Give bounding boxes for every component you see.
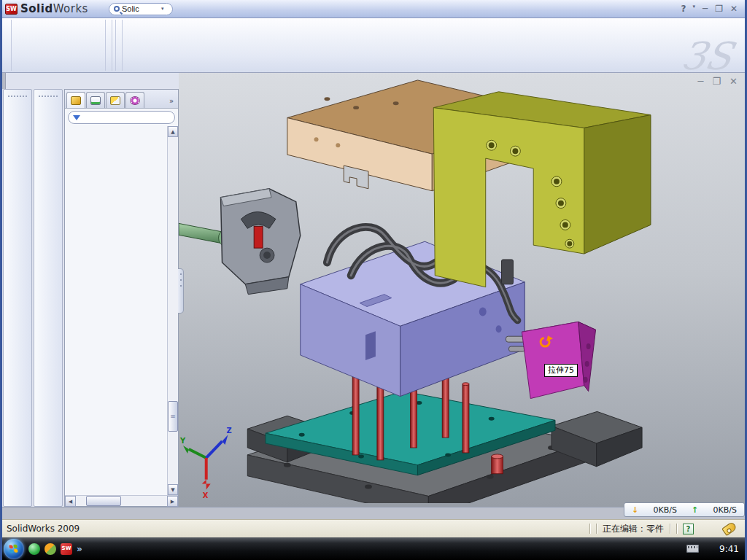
minimize-button[interactable]: ─ <box>703 4 708 14</box>
help-button[interactable]: ? <box>681 4 686 14</box>
part-core-block[interactable] <box>301 227 525 396</box>
taskbar-clock: 9:41 <box>719 544 739 554</box>
search-icon <box>114 6 120 12</box>
configurationmanager-tab[interactable] <box>106 92 125 108</box>
assembly-3d-view: Y Z X <box>179 73 745 503</box>
title-bar: SW SolidWorks ▾ ? ▾ ─ ❐ ✕ <box>2 0 745 18</box>
scroll-track[interactable] <box>168 137 178 484</box>
doc-minimize-button[interactable]: ─ <box>698 76 704 87</box>
hscroll-thumb[interactable] <box>86 496 121 506</box>
upload-arrow-icon: ↑ <box>692 505 698 515</box>
left-toolbars <box>2 89 64 507</box>
solidworks-window: SW SolidWorks ▾ ? ▾ ─ ❐ ✕ ЗS <box>0 0 747 560</box>
scroll-left-button[interactable]: ◀ <box>65 496 76 507</box>
sketch-commandmanager-toolbar: ЗS <box>2 18 745 73</box>
download-speed: 0KB/S <box>653 505 676 515</box>
sketch-group-right <box>116 20 123 71</box>
doc-close-button[interactable]: ✕ <box>729 76 738 87</box>
brand-bold: Solid <box>20 2 53 15</box>
triad-z-label: Z <box>226 427 231 435</box>
quick-launch: SW » <box>28 543 82 555</box>
surfaces-toolbar <box>34 89 63 507</box>
part-side-block[interactable] <box>522 322 595 398</box>
triad-x-label: X <box>203 491 209 499</box>
main-content: ─ ❐ ✕ <box>2 73 745 507</box>
small-red-cylinder[interactable] <box>492 454 503 474</box>
help-dropdown-icon[interactable]: ▾ <box>692 4 695 14</box>
configurationmanager-icon <box>110 96 120 105</box>
status-bar: SolidWorks 2009 正在编辑：零件 ? <box>2 519 745 537</box>
propertymanager-tab[interactable] <box>86 92 105 108</box>
sketch-group-left <box>5 20 12 71</box>
panel-splitter-handle[interactable] <box>178 268 184 314</box>
network-speed-widget: ↓ 0KB/S ↑ 0KB/S <box>624 502 745 517</box>
panel-header-tabs: » <box>65 90 178 109</box>
scroll-down-button[interactable]: ▼ <box>168 484 178 495</box>
featuremanager-panel: » ▲ ▼ ◀ ▶ <box>64 89 179 507</box>
document-window-controls: ─ ❐ ✕ <box>698 76 738 87</box>
sketch-group-mid <box>106 20 112 71</box>
tree-vertical-scrollbar[interactable]: ▲ ▼ <box>167 126 178 495</box>
quick-tips-button[interactable]: ? <box>683 524 694 534</box>
restore-button[interactable]: ❐ <box>715 4 723 14</box>
search-input[interactable] <box>122 4 160 13</box>
system-tray: 9:41 <box>686 544 745 554</box>
dimxpertmanager-icon <box>130 96 140 105</box>
tag-icon[interactable] <box>721 521 738 536</box>
filter-row <box>65 109 178 126</box>
solidworks-cube-icon: SW <box>5 4 18 15</box>
tree-horizontal-scrollbar[interactable]: ◀ ▶ <box>65 495 178 506</box>
reference-triad: Y Z X <box>179 427 232 499</box>
sketch-entities-grid <box>12 20 106 71</box>
download-arrow-icon: ↓ <box>632 505 638 515</box>
upload-speed: 0KB/S <box>713 505 736 515</box>
editing-status: 正在编辑：零件 <box>603 523 664 535</box>
keyboard-layout-icon[interactable] <box>686 545 699 553</box>
part-clamp-bracket[interactable] <box>433 92 651 287</box>
part-slide-clamp[interactable] <box>221 189 301 295</box>
search-dropdown-icon[interactable]: ▾ <box>161 6 164 12</box>
search-box[interactable]: ▾ <box>109 3 173 15</box>
quick-launch-more[interactable]: » <box>77 544 82 554</box>
app-logo: SW SolidWorks <box>2 2 96 15</box>
launcher-icon[interactable] <box>44 543 56 555</box>
graphics-viewport[interactable]: ─ ❐ ✕ <box>179 73 745 507</box>
brand-rest: Works <box>53 2 88 15</box>
messenger-icon[interactable] <box>28 543 40 555</box>
tree-filter-box[interactable] <box>68 111 175 124</box>
dassault-watermark: ЗS <box>678 34 737 78</box>
windows-flag-icon <box>9 544 18 553</box>
feature-tree <box>65 126 167 495</box>
feature-tooltip: 拉伸75 <box>544 364 578 377</box>
status-text: SolidWorks 2009 <box>7 524 80 534</box>
scroll-thumb[interactable] <box>168 401 178 432</box>
start-button[interactable] <box>4 539 24 559</box>
solidworks-launcher-icon[interactable]: SW <box>61 543 72 555</box>
doc-restore-button[interactable]: ❐ <box>712 76 721 87</box>
features-toolbar <box>3 89 32 507</box>
triad-y-label: Y <box>179 437 186 445</box>
app-title: SolidWorks <box>20 2 88 15</box>
panel-more-button[interactable]: » <box>166 94 177 108</box>
dimxpertmanager-tab[interactable] <box>125 92 144 108</box>
commandmanager-tabs <box>2 73 6 89</box>
scroll-up-button[interactable]: ▲ <box>168 126 178 137</box>
featuremanager-tab[interactable] <box>66 92 85 108</box>
featuremanager-icon <box>71 96 81 105</box>
hscroll-track[interactable] <box>76 496 167 506</box>
filter-funnel-icon <box>73 115 80 120</box>
filter-input[interactable] <box>83 113 187 122</box>
scroll-right-button[interactable]: ▶ <box>167 496 178 507</box>
close-button[interactable]: ✕ <box>730 4 738 14</box>
window-controls: ? ▾ ─ ❐ ✕ <box>681 4 745 14</box>
windows-taskbar: SW » 9:41 <box>2 537 745 560</box>
propertymanager-icon <box>90 96 101 105</box>
